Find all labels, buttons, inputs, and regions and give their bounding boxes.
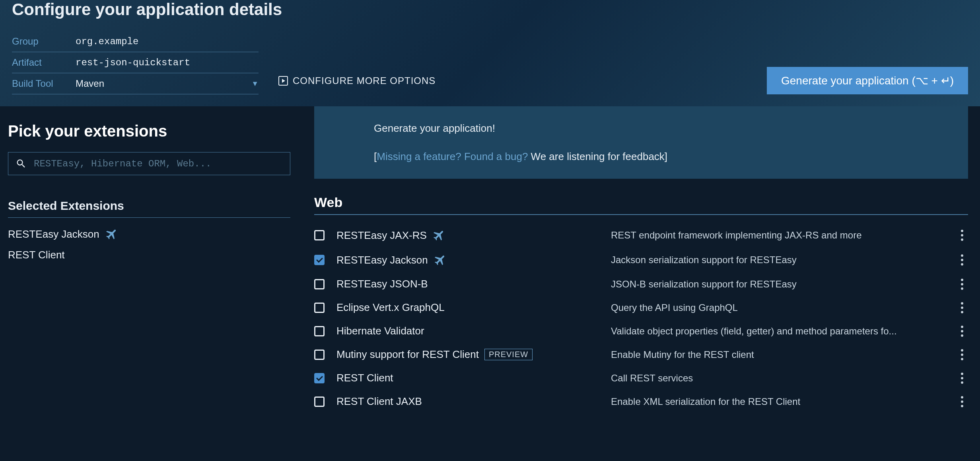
extension-checkbox[interactable] [314, 326, 325, 336]
more-options-label: CONFIGURE MORE OPTIONS [293, 75, 436, 86]
extension-row: REST Client JAXBEnable XML serialization… [314, 390, 968, 413]
selected-item-label: REST Client [8, 249, 65, 261]
extension-name[interactable]: RESTEasy Jackson [336, 253, 599, 267]
config-fields: Group Artifact Build Tool Maven ▼ [12, 31, 259, 94]
kebab-menu-icon[interactable] [956, 302, 968, 313]
content: Generate your application! [Missing a fe… [314, 106, 980, 413]
kebab-menu-icon[interactable] [956, 349, 968, 360]
banner-line2: [Missing a feature? Found a bug? We are … [374, 150, 948, 163]
extension-row: RESTEasy JAX-RSREST endpoint framework i… [314, 223, 968, 248]
extension-checkbox[interactable] [314, 397, 325, 407]
buildtool-label: Build Tool [12, 78, 76, 89]
extension-name[interactable]: Eclipse Vert.x GraphQL [336, 301, 599, 314]
field-artifact: Artifact [12, 52, 259, 73]
extension-description: Query the API using GraphQL [611, 302, 944, 313]
extension-checkbox[interactable] [314, 373, 325, 383]
plane-icon [432, 229, 446, 242]
generate-button[interactable]: Generate your application (⌥ + ↵) [767, 67, 968, 94]
buildtool-value: Maven [76, 78, 104, 89]
extension-checkbox[interactable] [314, 255, 325, 265]
pick-extensions-title: Pick your extensions [8, 122, 302, 140]
kebab-menu-icon[interactable] [956, 230, 968, 241]
field-buildtool[interactable]: Build Tool Maven ▼ [12, 73, 259, 94]
preview-badge: PREVIEW [484, 349, 533, 360]
extension-name[interactable]: RESTEasy JAX-RS [336, 229, 599, 242]
header-actions: CONFIGURE MORE OPTIONS Generate your app… [278, 67, 968, 94]
extension-row: RESTEasy JacksonJackson serialization su… [314, 248, 968, 272]
sidebar: Pick your extensions Selected Extensions… [0, 106, 314, 413]
selected-item[interactable]: REST Client [8, 249, 302, 261]
extension-row: Eclipse Vert.x GraphQLQuery the API usin… [314, 296, 968, 319]
kebab-menu-icon[interactable] [956, 396, 968, 407]
artifact-label: Artifact [12, 57, 76, 68]
banner: Generate your application! [Missing a fe… [314, 106, 968, 179]
extension-row: Mutiny support for REST ClientPREVIEWEna… [314, 343, 968, 366]
extension-row: Hibernate ValidatorValidate object prope… [314, 319, 968, 343]
extension-description: REST endpoint framework implementing JAX… [611, 230, 944, 241]
extension-description: Enable XML serialization for the REST Cl… [611, 396, 944, 407]
kebab-menu-icon[interactable] [956, 326, 968, 337]
play-icon [278, 76, 288, 86]
chevron-down-icon: ▼ [251, 80, 259, 88]
plane-icon [434, 253, 447, 267]
field-group: Group [12, 31, 259, 52]
extension-checkbox[interactable] [314, 350, 325, 360]
feedback-link[interactable]: Missing a feature? Found a bug? [377, 150, 528, 162]
extension-list: RESTEasy JAX-RSREST endpoint framework i… [314, 223, 968, 413]
main-area: Pick your extensions Selected Extensions… [0, 106, 980, 413]
artifact-input[interactable] [76, 57, 259, 68]
kebab-menu-icon[interactable] [956, 373, 968, 384]
extension-checkbox[interactable] [314, 279, 325, 289]
kebab-menu-icon[interactable] [956, 254, 968, 266]
extension-description: Call REST services [611, 373, 944, 384]
extension-name[interactable]: Hibernate Validator [336, 325, 599, 337]
selected-item[interactable]: RESTEasy Jackson [8, 227, 302, 241]
extension-description: Validate object properties (field, gette… [611, 326, 944, 337]
config-header: Configure your application details Group… [0, 0, 980, 106]
extension-name[interactable]: Mutiny support for REST ClientPREVIEW [336, 348, 599, 361]
plane-icon [105, 227, 119, 241]
extension-description: Enable Mutiny for the REST client [611, 349, 944, 360]
search-input[interactable] [34, 158, 283, 169]
group-label: Group [12, 36, 76, 47]
extension-description: Jackson serialization support for RESTEa… [611, 254, 944, 266]
extension-name[interactable]: REST Client [336, 372, 599, 384]
page-title: Configure your application details [12, 0, 968, 19]
extension-row: REST ClientCall REST services [314, 366, 968, 390]
category-web-title: Web [314, 195, 968, 215]
search-icon [16, 158, 27, 169]
selected-item-label: RESTEasy Jackson [8, 228, 99, 240]
selected-list: RESTEasy JacksonREST Client [8, 227, 302, 261]
search-box[interactable] [8, 152, 290, 175]
extension-row: RESTEasy JSON-BJSON-B serialization supp… [314, 272, 968, 296]
extension-checkbox[interactable] [314, 230, 325, 240]
extension-name[interactable]: REST Client JAXB [336, 395, 599, 408]
selected-extensions-title: Selected Extensions [8, 199, 290, 218]
extension-checkbox[interactable] [314, 303, 325, 313]
kebab-menu-icon[interactable] [956, 279, 968, 290]
group-input[interactable] [76, 36, 259, 47]
configure-more-options-button[interactable]: CONFIGURE MORE OPTIONS [278, 75, 436, 86]
banner-line1: Generate your application! [374, 122, 948, 135]
extension-name[interactable]: RESTEasy JSON-B [336, 278, 599, 290]
extension-description: JSON-B serialization support for RESTEas… [611, 279, 944, 290]
buildtool-select[interactable]: Maven ▼ [76, 78, 259, 89]
